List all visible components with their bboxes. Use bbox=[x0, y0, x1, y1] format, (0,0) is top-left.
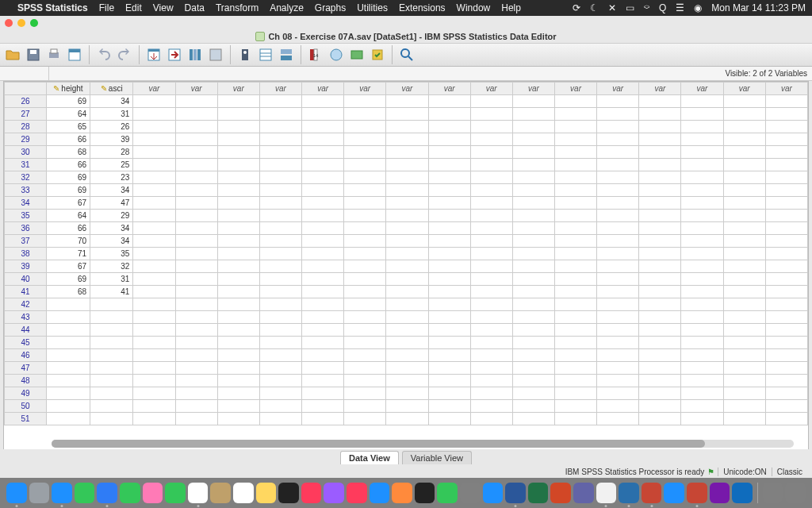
cell[interactable] bbox=[386, 222, 428, 235]
cell[interactable] bbox=[597, 375, 639, 387]
cell[interactable] bbox=[639, 248, 681, 260]
cell[interactable] bbox=[554, 121, 596, 133]
cell[interactable] bbox=[175, 248, 217, 260]
dock-app-teams[interactable] bbox=[573, 483, 594, 503]
cell[interactable] bbox=[597, 387, 639, 400]
cell[interactable] bbox=[133, 400, 175, 413]
cell[interactable] bbox=[386, 210, 428, 222]
cell[interactable] bbox=[765, 159, 807, 171]
cell[interactable] bbox=[470, 171, 512, 184]
cell[interactable] bbox=[175, 222, 217, 235]
cell[interactable] bbox=[217, 387, 259, 400]
cell[interactable] bbox=[217, 133, 259, 146]
cell[interactable] bbox=[639, 121, 681, 133]
cell[interactable]: 69 bbox=[46, 171, 90, 184]
cell[interactable] bbox=[428, 375, 470, 387]
cell[interactable] bbox=[259, 337, 301, 349]
cell[interactable] bbox=[723, 273, 765, 286]
cell[interactable] bbox=[344, 286, 386, 298]
cell[interactable] bbox=[723, 108, 765, 121]
cell[interactable] bbox=[344, 197, 386, 210]
cell[interactable] bbox=[428, 235, 470, 248]
cell[interactable] bbox=[512, 413, 554, 425]
column-header-empty[interactable]: var bbox=[554, 83, 596, 95]
cell[interactable] bbox=[386, 298, 428, 311]
cell[interactable]: 66 bbox=[46, 222, 90, 235]
cell[interactable] bbox=[512, 146, 554, 159]
wifi-icon[interactable]: ⌔ bbox=[644, 2, 649, 13]
cell[interactable] bbox=[259, 375, 301, 387]
cell[interactable] bbox=[681, 222, 723, 235]
cell[interactable] bbox=[344, 413, 386, 425]
cell[interactable] bbox=[175, 210, 217, 222]
cell[interactable] bbox=[175, 159, 217, 171]
save-button[interactable] bbox=[24, 45, 43, 64]
dock-app-photos[interactable] bbox=[143, 483, 163, 503]
cell[interactable] bbox=[386, 108, 428, 121]
cell[interactable] bbox=[259, 159, 301, 171]
cell[interactable] bbox=[133, 210, 175, 222]
cell[interactable] bbox=[723, 159, 765, 171]
row-header[interactable]: 44 bbox=[5, 324, 47, 337]
open-button[interactable] bbox=[3, 45, 22, 64]
cell[interactable] bbox=[46, 400, 90, 413]
row-header[interactable]: 43 bbox=[5, 311, 47, 324]
cell[interactable] bbox=[723, 298, 765, 311]
recall-dialog-button[interactable] bbox=[65, 45, 84, 64]
column-header-empty[interactable]: var bbox=[302, 83, 344, 95]
cell[interactable] bbox=[470, 337, 512, 349]
cell[interactable] bbox=[428, 146, 470, 159]
cell[interactable] bbox=[302, 413, 344, 425]
row-header[interactable]: 35 bbox=[5, 210, 47, 222]
cell[interactable] bbox=[554, 210, 596, 222]
column-header-empty[interactable]: var bbox=[344, 83, 386, 95]
dock-app-chrome[interactable] bbox=[596, 483, 617, 503]
cell[interactable] bbox=[765, 210, 807, 222]
menu-data[interactable]: Data bbox=[185, 2, 205, 13]
print-button[interactable] bbox=[44, 45, 63, 64]
cell[interactable] bbox=[723, 171, 765, 184]
cell[interactable] bbox=[681, 248, 723, 260]
cell[interactable] bbox=[302, 171, 344, 184]
dock-app-onenote[interactable] bbox=[710, 483, 730, 503]
column-header-empty[interactable]: var bbox=[512, 83, 554, 95]
cell[interactable] bbox=[386, 413, 428, 425]
cell[interactable] bbox=[512, 286, 554, 298]
cell[interactable] bbox=[512, 375, 554, 387]
cell[interactable] bbox=[259, 197, 301, 210]
cell[interactable] bbox=[765, 387, 807, 400]
cell[interactable] bbox=[470, 298, 512, 311]
cell[interactable] bbox=[302, 273, 344, 286]
cell[interactable] bbox=[554, 108, 596, 121]
cell[interactable] bbox=[723, 286, 765, 298]
cell[interactable] bbox=[344, 260, 386, 273]
cell[interactable] bbox=[470, 235, 512, 248]
cell[interactable] bbox=[723, 248, 765, 260]
cell[interactable] bbox=[175, 311, 217, 324]
undo-button[interactable] bbox=[94, 45, 113, 64]
cell[interactable] bbox=[344, 133, 386, 146]
cell[interactable] bbox=[428, 324, 470, 337]
cell[interactable] bbox=[259, 286, 301, 298]
cell[interactable] bbox=[175, 184, 217, 197]
cell[interactable] bbox=[639, 108, 681, 121]
cell[interactable] bbox=[302, 349, 344, 362]
horizontal-scrollbar[interactable] bbox=[52, 440, 794, 448]
cell[interactable] bbox=[681, 298, 723, 311]
cell[interactable]: 35 bbox=[90, 248, 133, 260]
column-header-empty[interactable]: var bbox=[428, 83, 470, 95]
cell[interactable] bbox=[133, 235, 175, 248]
dock-app-trash[interactable] bbox=[785, 483, 806, 503]
cell[interactable] bbox=[470, 311, 512, 324]
cell[interactable] bbox=[344, 337, 386, 349]
cell[interactable] bbox=[512, 311, 554, 324]
dock-app-keynote[interactable] bbox=[664, 483, 684, 503]
cell[interactable] bbox=[175, 337, 217, 349]
cell[interactable] bbox=[90, 400, 133, 413]
cell[interactable] bbox=[302, 298, 344, 311]
cell[interactable] bbox=[681, 159, 723, 171]
cell[interactable] bbox=[597, 222, 639, 235]
cell[interactable] bbox=[470, 184, 512, 197]
cell[interactable] bbox=[639, 210, 681, 222]
cell[interactable] bbox=[46, 349, 90, 362]
